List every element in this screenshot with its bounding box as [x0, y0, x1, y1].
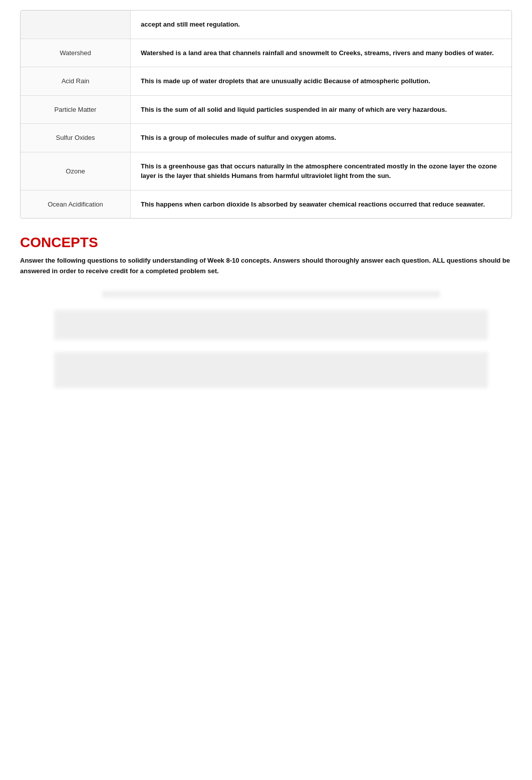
vocabulary-table: accept and still meet regulation. Waters…: [20, 10, 512, 219]
term-cell: Watershed: [21, 39, 131, 67]
term-cell: Sulfur Oxides: [21, 124, 131, 152]
table-row: Ozone This is a greenhouse gas that occu…: [21, 152, 511, 190]
question-1-text: [102, 291, 439, 298]
definition-cell: This is a greenhouse gas that occurs nat…: [131, 152, 511, 190]
term-cell: Ocean Acidification: [21, 190, 131, 219]
term-cell: Ozone: [21, 152, 131, 190]
definition-cell: accept and still meet regulation.: [131, 11, 511, 39]
term-label: Particle Matter: [55, 106, 97, 113]
definition-cell: This is a group of molecules made of sul…: [131, 124, 511, 152]
term-label: Ocean Acidification: [48, 201, 103, 208]
concepts-title: CONCEPTS: [20, 235, 512, 251]
table-row: Acid Rain This is made up of water dropl…: [21, 67, 511, 96]
concepts-intro: Answer the following questions to solidi…: [20, 256, 512, 277]
question-3-text: [54, 352, 488, 388]
definition-cell: This happens when carbon dioxide Is abso…: [131, 190, 511, 219]
question-2-text: [54, 310, 488, 340]
term-label: Ozone: [66, 167, 85, 175]
question-1-block: [20, 291, 512, 298]
term-cell: Acid Rain: [21, 67, 131, 95]
term-cell: [21, 11, 131, 39]
table-row: accept and still meet regulation.: [21, 11, 511, 39]
term-label: Acid Rain: [62, 77, 90, 85]
question-2-block: [20, 310, 512, 340]
table-row: Ocean Acidification This happens when ca…: [21, 190, 511, 219]
concepts-section: CONCEPTS Answer the following questions …: [20, 235, 512, 388]
definition-cell: This is the sum of all solid and liquid …: [131, 96, 511, 124]
term-cell: Particle Matter: [21, 96, 131, 124]
definition-cell: Watershed is a land area that channels r…: [131, 39, 511, 67]
table-row: Watershed Watershed is a land area that …: [21, 39, 511, 68]
table-row: Particle Matter This is the sum of all s…: [21, 96, 511, 124]
definition-cell: This is made up of water droplets that a…: [131, 67, 511, 95]
table-row: Sulfur Oxides This is a group of molecul…: [21, 124, 511, 152]
question-3-block: [20, 352, 512, 388]
term-label: Sulfur Oxides: [56, 134, 95, 141]
term-label: Watershed: [60, 49, 91, 57]
